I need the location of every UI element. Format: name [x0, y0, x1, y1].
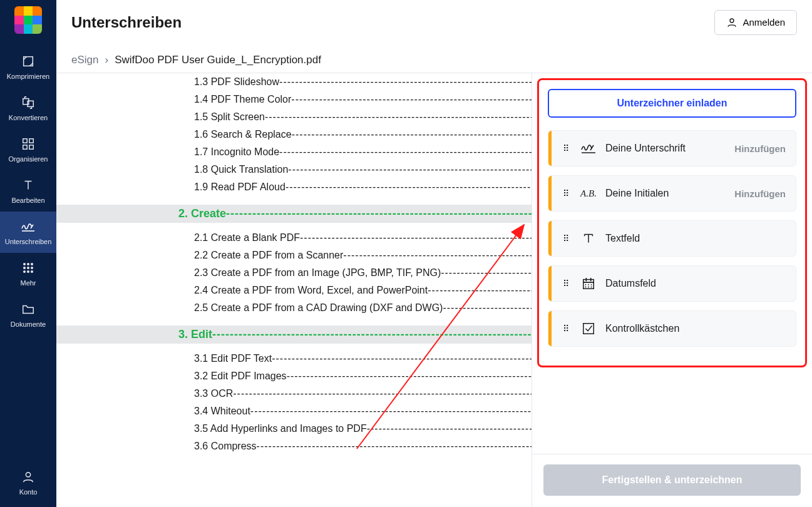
sidebar-item-label: Mehr	[20, 279, 36, 287]
toc-item: 1.5 Split Screen------------------------…	[56, 108, 532, 126]
sign-icon	[21, 219, 36, 234]
user-icon	[726, 17, 737, 28]
main: Unterschreiben Anmelden eSign › SwifDoo …	[56, 0, 812, 507]
field-label: Deine Unterschrift	[605, 143, 734, 154]
sidebar-item-account[interactable]: Konto	[0, 462, 56, 503]
toc-item: 2.4 Create a PDF from Word, Excel, and P…	[56, 282, 532, 299]
page-title: Unterschreiben	[71, 14, 182, 31]
sidebar: Komprimieren Konvertieren Organisieren B…	[0, 0, 56, 507]
svg-point-12	[31, 267, 33, 269]
document-viewer: 1.3 PDF Slideshow-----------------------…	[56, 73, 532, 507]
field-label: Kontrollkästchen	[605, 323, 786, 334]
signature-tools-box: Unterzeichner einladen ⠿Deine Unterschri…	[537, 78, 807, 367]
field-accent	[548, 131, 552, 166]
svg-rect-5	[23, 145, 27, 149]
toc-item: 2.5 Create a PDF from a CAD Drawing (DXF…	[56, 299, 532, 317]
sidebar-item-label: Dokumente	[11, 320, 46, 328]
breadcrumb-separator: ›	[105, 54, 108, 66]
toc-item: 3.6 Compress----------------------------…	[56, 438, 532, 455]
svg-rect-4	[29, 139, 33, 143]
drag-handle-icon[interactable]: ⠿	[563, 282, 570, 285]
breadcrumb-file: SwifDoo PDF User Guide_L_Encryption.pdf	[115, 54, 321, 66]
compress-icon	[21, 54, 36, 69]
toc-item: 2.1 Create a Blank PDF------------------…	[56, 229, 532, 247]
field-label: Deine Initialen	[605, 188, 734, 199]
toc-item: 1.4 PDF Theme Color---------------------…	[56, 91, 532, 108]
field-signature[interactable]: ⠿Deine UnterschriftHinzufügen	[548, 130, 796, 166]
document-scroll[interactable]: 1.3 PDF Slideshow-----------------------…	[56, 73, 532, 507]
toc-section: 3. Edit --------------------------------…	[56, 325, 532, 344]
field-checkbox[interactable]: ⠿Kontrollkästchen	[548, 310, 796, 347]
svg-point-14	[27, 270, 29, 273]
toc-item: 2.2 Create a PDF from a Scanner---------…	[56, 247, 532, 264]
folder-icon	[21, 302, 36, 317]
svg-point-15	[31, 270, 33, 273]
field-accent	[548, 311, 552, 346]
invite-signers-button[interactable]: Unterzeichner einladen	[548, 89, 796, 118]
field-accent	[548, 176, 552, 211]
workspace: 1.3 PDF Slideshow-----------------------…	[56, 73, 812, 507]
sidebar-item-label: Komprimieren	[7, 73, 49, 80]
sidebar-item-documents[interactable]: Dokumente	[0, 294, 56, 335]
checkbox-icon	[580, 320, 597, 337]
svg-rect-20	[583, 324, 594, 334]
sidebar-item-sign[interactable]: Unterschreiben	[0, 212, 56, 253]
field-text[interactable]: ⠿Textfeld	[548, 220, 796, 257]
svg-point-7	[23, 263, 26, 265]
svg-point-9	[31, 263, 33, 265]
toc-item: 1.6 Search & Replace--------------------…	[56, 126, 532, 143]
svg-rect-6	[29, 145, 33, 149]
field-action[interactable]: Hinzufügen	[734, 143, 786, 154]
more-icon	[21, 260, 36, 275]
sidebar-item-label: Konvertieren	[9, 114, 48, 121]
right-panel: Unterzeichner einladen ⠿Deine Unterschri…	[532, 73, 812, 507]
sidebar-item-label: Bearbeiten	[11, 197, 44, 204]
field-accent	[548, 266, 552, 301]
svg-point-11	[27, 267, 29, 269]
svg-point-8	[27, 263, 29, 265]
login-button[interactable]: Anmelden	[714, 10, 797, 35]
login-label: Anmelden	[743, 17, 785, 28]
finish-sign-button[interactable]: Fertigstellen & unterzeichnen	[543, 464, 801, 496]
toc-item: 3.4 Whiteout----------------------------…	[56, 402, 532, 420]
sidebar-item-edit[interactable]: Bearbeiten	[0, 170, 56, 212]
sidebar-item-label: Konto	[19, 488, 38, 496]
text-icon	[580, 230, 597, 247]
svg-point-16	[26, 473, 30, 477]
field-initials[interactable]: ⠿A.B.Deine InitialenHinzufügen	[548, 175, 796, 212]
toc-item: 1.3 PDF Slideshow-----------------------…	[56, 73, 532, 91]
app-logo[interactable]	[14, 6, 42, 34]
svg-rect-3	[23, 139, 27, 143]
toc-section: 2. Create ------------------------------…	[56, 205, 532, 223]
drag-handle-icon[interactable]: ⠿	[563, 192, 570, 195]
svg-point-10	[23, 267, 26, 269]
sidebar-item-more[interactable]: Mehr	[0, 253, 56, 294]
account-icon	[21, 469, 36, 484]
toc-item: 1.9 Read PDF Aloud----------------------…	[56, 178, 532, 196]
breadcrumb-root[interactable]: eSign	[71, 54, 98, 66]
convert-icon	[21, 95, 36, 110]
svg-point-13	[23, 270, 26, 273]
date-icon	[580, 275, 597, 292]
drag-handle-icon[interactable]: ⠿	[563, 327, 570, 330]
sidebar-item-convert[interactable]: Konvertieren	[0, 88, 56, 129]
initials-icon: A.B.	[580, 185, 597, 202]
edit-text-icon	[21, 178, 36, 193]
field-action[interactable]: Hinzufügen	[734, 188, 786, 199]
toc-item: 3.2 Edit PDF Images---------------------…	[56, 367, 532, 385]
toc-item: 3.1 Edit PDF Text-----------------------…	[56, 350, 532, 367]
toc-item: 2.3 Create a PDF from an Image (JPG, BMP…	[56, 264, 532, 282]
breadcrumb: eSign › SwifDoo PDF User Guide_L_Encrypt…	[56, 45, 812, 73]
drag-handle-icon[interactable]: ⠿	[563, 146, 570, 150]
svg-point-17	[730, 19, 734, 23]
sidebar-item-organize[interactable]: Organisieren	[0, 129, 56, 170]
topbar: Unterschreiben Anmelden	[56, 0, 812, 45]
field-label: Textfeld	[605, 233, 786, 244]
field-accent	[548, 221, 552, 256]
sidebar-item-label: Unterschreiben	[5, 238, 52, 245]
toc-item: 3.5 Add Hyperlinks and Images to PDF----…	[56, 420, 532, 438]
sidebar-item-label: Organisieren	[9, 155, 48, 163]
field-date[interactable]: ⠿Datumsfeld	[548, 265, 796, 302]
drag-handle-icon[interactable]: ⠿	[563, 237, 570, 240]
sidebar-item-compress[interactable]: Komprimieren	[0, 46, 56, 88]
